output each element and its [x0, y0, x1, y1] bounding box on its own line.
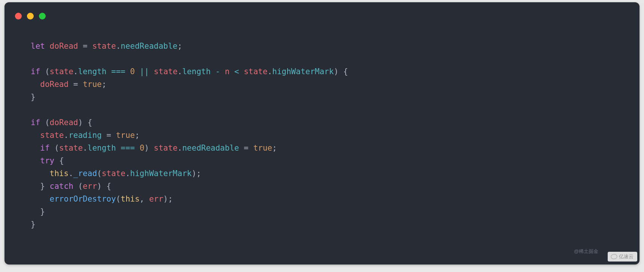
code-token: 0 — [130, 67, 135, 76]
code-token: true — [83, 80, 102, 89]
code-token: 0 — [140, 143, 145, 152]
close-icon[interactable] — [15, 13, 22, 19]
code-token: = — [244, 143, 249, 152]
code-token — [78, 42, 83, 51]
code-token — [116, 143, 121, 152]
code-token — [211, 67, 216, 76]
code-token: = — [73, 80, 78, 89]
code-token: _read — [73, 169, 97, 178]
code-token: let — [31, 42, 45, 51]
code-token: needReadable — [121, 42, 177, 51]
code-token: length — [182, 67, 211, 76]
code-token: } — [31, 220, 36, 229]
code-token: } — [31, 182, 50, 191]
code-token: highWaterMark — [130, 169, 192, 178]
code-token: err — [83, 182, 97, 191]
code-token — [135, 67, 140, 76]
code-token: . — [177, 67, 182, 76]
code-token: - — [215, 67, 220, 76]
code-token: n — [225, 67, 230, 76]
code-token — [31, 156, 40, 165]
code-token: if — [31, 118, 40, 127]
code-token — [31, 80, 40, 89]
code-token: . — [73, 67, 78, 76]
code-token: < — [234, 67, 239, 76]
code-token: needReadable — [182, 143, 239, 152]
code-token: if — [31, 67, 40, 76]
code-token: === — [111, 67, 125, 76]
code-token: ) — [145, 143, 154, 152]
watermark-left: @稀土掘金 — [574, 248, 598, 255]
code-token: ; — [272, 143, 277, 152]
code-card: let doRead = state.needReadable; if (sta… — [4, 2, 640, 265]
code-token — [135, 143, 140, 152]
code-token: state — [92, 42, 116, 51]
code-token: state — [154, 67, 177, 76]
code-token — [31, 143, 40, 152]
code-token — [31, 194, 50, 203]
code-token — [125, 67, 130, 76]
code-token — [220, 67, 225, 76]
code-token: doRead — [50, 42, 78, 51]
code-token: ( — [97, 169, 102, 178]
code-token: err — [149, 194, 163, 203]
code-token: = — [83, 42, 88, 51]
code-token — [45, 42, 50, 51]
code-token — [31, 169, 50, 178]
code-token: . — [69, 169, 73, 178]
code-token: . — [64, 131, 69, 140]
minimize-icon[interactable] — [27, 13, 34, 19]
code-token: ) { — [78, 118, 92, 127]
code-token — [230, 67, 234, 76]
watermark-right: 亿速云 — [608, 252, 637, 262]
code-token — [111, 131, 116, 140]
code-token: state — [59, 143, 83, 152]
code-token: ; — [135, 131, 140, 140]
code-token: ( — [50, 143, 59, 152]
code-token: ( — [116, 194, 121, 203]
code-token — [249, 143, 253, 152]
code-token: state — [50, 67, 73, 76]
code-token: ) { — [97, 182, 111, 191]
code-token: this — [121, 194, 140, 203]
code-token: . — [267, 67, 272, 76]
code-token: , — [140, 194, 149, 203]
code-token — [31, 131, 40, 140]
code-token: this — [50, 169, 69, 178]
code-token: try — [40, 156, 54, 165]
code-token: { — [54, 156, 64, 165]
code-token — [239, 143, 244, 152]
code-token — [239, 67, 244, 76]
code-token — [69, 80, 73, 89]
code-token: ); — [163, 194, 173, 203]
code-token — [78, 80, 83, 89]
code-token: state — [102, 169, 125, 178]
code-token: length — [78, 67, 106, 76]
code-token — [88, 42, 92, 51]
code-token: state — [154, 143, 177, 152]
code-token: . — [116, 42, 121, 51]
code-token: . — [177, 143, 182, 152]
code-token: if — [40, 143, 49, 152]
code-token: true — [116, 131, 135, 140]
code-token: highWaterMark — [272, 67, 334, 76]
code-token: doRead — [40, 80, 69, 89]
code-token — [106, 67, 111, 76]
code-token: === — [121, 143, 135, 152]
code-token: || — [140, 67, 149, 76]
code-token: length — [88, 143, 116, 152]
code-token: ; — [102, 80, 107, 89]
code-token: state — [40, 131, 64, 140]
maximize-icon[interactable] — [39, 13, 46, 19]
code-token: . — [125, 169, 130, 178]
code-token: ) { — [334, 67, 348, 76]
code-token: reading — [69, 131, 102, 140]
code-token: } — [31, 207, 45, 216]
code-token: true — [253, 143, 272, 152]
code-token: . — [83, 143, 88, 152]
code-token: ( — [40, 67, 49, 76]
code-token: } — [31, 93, 36, 102]
code-token: = — [106, 131, 111, 140]
code-token: doRead — [50, 118, 78, 127]
code-token: ( — [40, 118, 49, 127]
